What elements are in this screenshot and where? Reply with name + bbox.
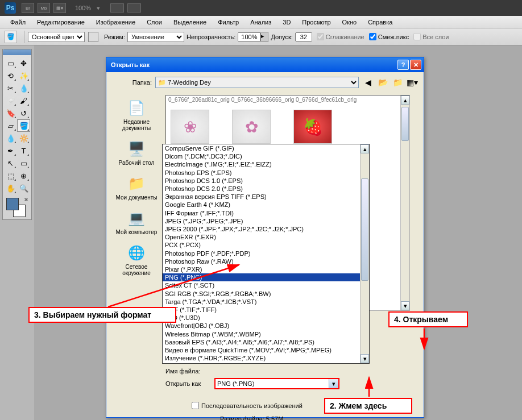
menu-file[interactable]: Файл	[5, 17, 31, 27]
pen-tool-icon[interactable]: ✒	[4, 144, 17, 157]
bucket-tool-icon[interactable]: 🪣	[5, 31, 17, 43]
menu-3d[interactable]: 3D	[277, 17, 296, 27]
menu-select[interactable]: Выделение	[168, 17, 212, 27]
tolerance-input[interactable]	[295, 32, 312, 41]
menu-filter[interactable]: Фильтр	[212, 17, 245, 27]
format-option[interactable]: Google Earth 4 (*.KMZ)	[163, 201, 360, 209]
format-option[interactable]: ElectricImage (*.IMG;*.EI;*.EIZ;*.EIZZ)	[163, 160, 360, 168]
all-layers-checkbox[interactable]: Все слои	[413, 33, 449, 40]
view-menu-icon[interactable]: ▦▾	[407, 77, 418, 88]
arrange-docs-icon[interactable]	[110, 3, 124, 13]
tools-header-icon[interactable]	[3, 49, 31, 55]
path-select-tool-icon[interactable]: ↖	[4, 157, 17, 169]
format-option[interactable]: U3D (*.U3D)	[163, 314, 360, 322]
menu-view[interactable]: Просмотр	[296, 17, 336, 27]
format-option[interactable]: Экранная версия EPS TIFF (*.EPS)	[163, 193, 360, 201]
stamp-tool-icon[interactable]: 🔖	[4, 107, 17, 119]
wand-tool-icon[interactable]: ✨	[17, 69, 30, 82]
view-extras-icon[interactable]: ▦▾	[53, 3, 66, 13]
mode-select[interactable]: Умножение	[127, 32, 184, 42]
color-picker[interactable]: ⤭	[4, 197, 30, 218]
format-option[interactable]: Photoshop DCS 2.0 (*.EPS)	[163, 185, 360, 193]
format-option[interactable]: Базовый EPS (*.AI3;*.AI4;*.AI5;*.AI6;*.A…	[163, 338, 360, 346]
format-option[interactable]: Излучение (*.HDR;*.RGBE;*.XYZE)	[163, 354, 360, 362]
format-option[interactable]: SGI RGB (*.SGI;*.RGB;*.RGBA;*.BW)	[163, 290, 360, 298]
screen-mode-icon[interactable]	[127, 3, 141, 13]
contiguous-checkbox[interactable]: Смеж.пикс	[369, 33, 409, 40]
menu-layer[interactable]: Слои	[141, 17, 168, 27]
format-option[interactable]: TIFF (*.TIF;*.TIFF)	[163, 306, 360, 314]
place-computer[interactable]: 💻Мой компьютер	[112, 209, 161, 235]
opacity-stepper[interactable]: ▸	[260, 32, 268, 42]
format-option[interactable]: Photoshop Raw (*.RAW)	[163, 257, 360, 265]
file-scrollbar[interactable]: ▴ ▾	[400, 95, 409, 310]
marquee-tool-icon[interactable]: ▭	[4, 57, 17, 69]
mini-bridge-icon[interactable]: Mb	[38, 3, 50, 13]
format-option[interactable]: CompuServe GIF (*.GIF)	[163, 144, 360, 152]
3d-tool-icon[interactable]: ⬚	[4, 169, 17, 182]
crop-tool-icon[interactable]: ✂	[4, 82, 17, 94]
format-option[interactable]: Targa (*.TGA;*.VDA;*.ICB;*.VST)	[163, 298, 360, 306]
antialias-checkbox[interactable]: Сглаживание	[317, 33, 364, 40]
format-option[interactable]: Видео в формате QuickTime (*.MOV;*.AVI;*…	[163, 346, 360, 354]
dodge-tool-icon[interactable]: 🔆	[17, 132, 30, 144]
format-option[interactable]: Photoshop EPS (*.EPS)	[163, 169, 360, 177]
dialog-titlebar[interactable]: Открыть как ? ✕	[106, 57, 424, 72]
back-icon[interactable]: ◀	[362, 77, 374, 88]
format-option[interactable]: OpenEXR (*.EXR)	[163, 233, 360, 241]
format-option[interactable]: Dicom (*.DCM;*.DC3;*.DIC)	[163, 152, 360, 160]
menu-edit[interactable]: Редактирование	[31, 17, 90, 27]
lasso-tool-icon[interactable]: ⟲	[4, 69, 17, 82]
dropdown-scrollbar[interactable]: ▴ ▾	[360, 144, 369, 363]
filetype-dropdown-button[interactable]: ▾	[329, 379, 338, 388]
brush-tool-icon[interactable]: 🖌	[17, 94, 30, 107]
swap-colors-icon[interactable]: ⤭	[24, 197, 28, 202]
eyedropper-tool-icon[interactable]: 💧	[17, 82, 30, 94]
menu-image[interactable]: Изображение	[90, 17, 141, 27]
format-option[interactable]: PCX (*.PCX)	[163, 241, 360, 249]
format-option[interactable]: Wavefront|OBJ (*.OBJ)	[163, 322, 360, 330]
color-swatch[interactable]	[88, 32, 98, 42]
bridge-icon[interactable]: Br	[22, 3, 34, 13]
format-option[interactable]: JPEG (*.JPG;*.JPEG;*.JPE)	[163, 217, 360, 225]
history-brush-tool-icon[interactable]: ↺	[17, 107, 30, 119]
place-recent[interactable]: 📄Недавние документы	[112, 98, 161, 131]
opacity-input[interactable]	[238, 32, 260, 41]
new-folder-icon[interactable]: 📁	[392, 77, 403, 88]
format-option[interactable]: IFF Формат (*.IFF;*.TDI)	[163, 209, 360, 217]
zoom-tool-icon[interactable]: 🔍	[17, 182, 30, 194]
sequence-checkbox[interactable]: Последовательность изображений	[192, 402, 303, 409]
format-option[interactable]: Photoshop PDF (*.PDF;*.PDP)	[163, 249, 360, 257]
format-option[interactable]: Photoshop DCS 1.0 (*.EPS)	[163, 177, 360, 185]
fill-source-select[interactable]: Основной цвет	[28, 32, 85, 42]
filetype-combo[interactable]: PNG (*.PNG) ▾	[214, 378, 339, 389]
format-option[interactable]: PNG (*.PNG)	[163, 273, 360, 281]
place-network[interactable]: 🌐Сетевое окружение	[112, 243, 161, 276]
format-option[interactable]: JPEG 2000 (*.JPF;*.JPX;*.JP2;*.J2C;*.J2K…	[163, 225, 360, 233]
fg-color-swatch[interactable]	[6, 198, 19, 210]
close-button[interactable]: ✕	[410, 60, 421, 70]
place-desktop[interactable]: 🖥️Рабочий стол	[112, 139, 161, 166]
menu-analysis[interactable]: Анализ	[245, 17, 277, 27]
zoom-level[interactable]: 100%	[75, 5, 91, 11]
hand-tool-icon[interactable]: ✋	[4, 182, 17, 194]
format-option[interactable]: Scitex CT (*.SCT)	[163, 281, 360, 289]
type-tool-icon[interactable]: T	[17, 144, 30, 157]
help-button[interactable]: ?	[397, 60, 409, 70]
shape-tool-icon[interactable]: ▭	[17, 157, 30, 169]
format-dropdown-list[interactable]: CompuServe GIF (*.GIF)Dicom (*.DCM;*.DC3…	[162, 144, 370, 364]
place-documents[interactable]: 📁Мои документы	[112, 174, 161, 201]
bucket-tool-icon-2[interactable]: 🪣	[17, 119, 30, 132]
folder-select[interactable]: 📁 7-Wedding Dey	[155, 77, 359, 88]
menu-help[interactable]: Справка	[362, 17, 398, 27]
format-option[interactable]: Pixar (*.PXR)	[163, 265, 360, 273]
format-option[interactable]: Wireless Bitmap (*.WBM;*.WBMP)	[163, 330, 360, 338]
3d-camera-tool-icon[interactable]: ⊕	[17, 169, 30, 182]
blur-tool-icon[interactable]: 💧	[4, 132, 17, 144]
menu-window[interactable]: Окно	[337, 17, 363, 27]
format-option[interactable]: Мягкое изображение (*.PIC)	[163, 362, 360, 363]
heal-tool-icon[interactable]: 🩹	[4, 94, 17, 107]
up-icon[interactable]: 📂	[377, 77, 388, 88]
move-tool-icon[interactable]: ✥	[17, 57, 30, 69]
eraser-tool-icon[interactable]: ▱	[4, 119, 17, 132]
